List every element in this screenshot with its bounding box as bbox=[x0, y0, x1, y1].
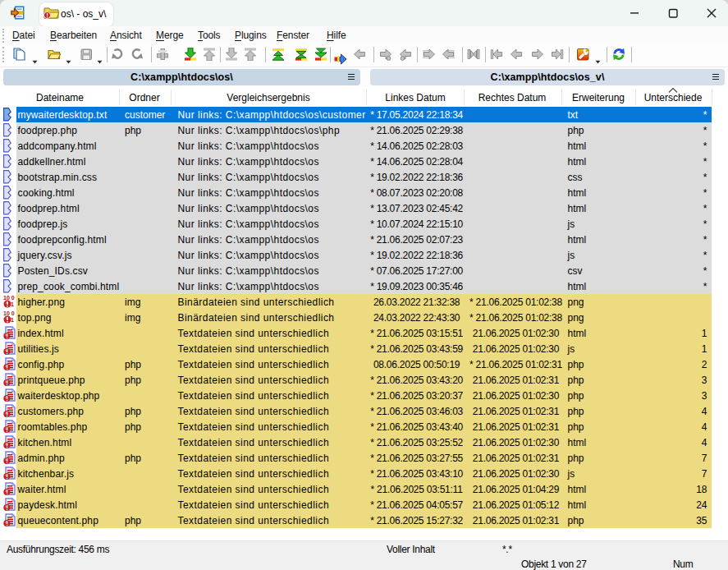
svg-text:10 0: 10 0 bbox=[3, 295, 15, 301]
svg-text:10 0: 10 0 bbox=[3, 310, 15, 316]
svg-text:1: 1 bbox=[11, 317, 14, 323]
svg-text:1: 1 bbox=[11, 301, 14, 307]
